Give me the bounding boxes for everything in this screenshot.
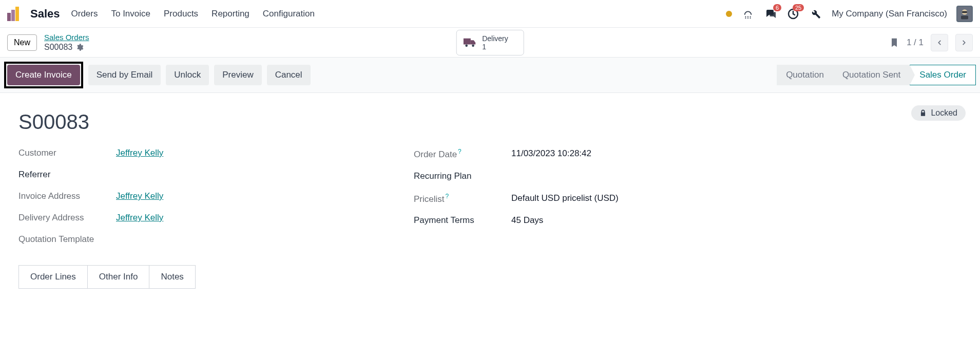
top-menu: Orders To Invoice Products Reporting Con…	[71, 9, 315, 19]
pager-next-button[interactable]	[955, 34, 973, 51]
pager-text: 1 / 1	[907, 38, 924, 48]
svg-point-11	[465, 44, 468, 47]
pricelist-value: Default USD pricelist (USD)	[511, 193, 619, 203]
help-icon[interactable]: ?	[458, 148, 462, 155]
field-pricelist: Pricelist? Default USD pricelist (USD)	[414, 193, 778, 204]
locked-text: Locked	[931, 108, 957, 118]
create-invoice-button[interactable]: Create Invoice	[7, 65, 80, 85]
app-logo-icon	[7, 7, 19, 21]
field-recurring-plan: Recurring Plan	[414, 171, 778, 181]
menu-reporting[interactable]: Reporting	[212, 9, 249, 19]
field-delivery-address: Delivery Address Jeffrey Kelly	[18, 213, 383, 223]
send-email-button[interactable]: Send by Email	[88, 65, 161, 85]
svg-rect-10	[962, 11, 968, 13]
svg-rect-9	[961, 15, 968, 19]
chevron-right-icon	[960, 39, 968, 46]
svg-point-3	[745, 17, 746, 18]
status-dot-icon	[726, 11, 732, 17]
gear-icon[interactable]	[75, 43, 84, 51]
app-title[interactable]: Sales	[30, 7, 60, 21]
messages-icon[interactable]: 6	[764, 7, 777, 21]
delivery-count: 1	[482, 43, 508, 51]
topbar-right: 6 25 My Company (San Francisco)	[726, 6, 973, 22]
menu-configuration[interactable]: Configuration	[263, 9, 315, 19]
tab-other-info[interactable]: Other Info	[88, 266, 150, 288]
svg-point-4	[747, 17, 748, 18]
breadcrumb-current: S00083	[44, 43, 72, 52]
status-bar: Quotation Quotation Sent Sales Order	[777, 65, 976, 85]
recurring-plan-label: Recurring Plan	[414, 171, 501, 181]
svg-point-12	[472, 44, 474, 47]
messages-badge: 6	[773, 4, 781, 11]
notebook-tabs: Order Lines Other Info Notes	[18, 265, 196, 289]
activities-icon[interactable]: 25	[786, 7, 800, 21]
form-sheet: Locked S00083 Customer Jeffrey Kelly Ref…	[0, 93, 980, 306]
activities-badge: 25	[793, 4, 804, 11]
new-button[interactable]: New	[7, 34, 37, 51]
user-avatar[interactable]	[956, 6, 973, 22]
payment-terms-value: 45 Days	[511, 215, 543, 226]
quotation-template-label: Quotation Template	[18, 234, 106, 245]
delivery-stat-button[interactable]: Delivery 1	[456, 30, 524, 55]
tab-order-lines[interactable]: Order Lines	[19, 266, 88, 288]
menu-orders[interactable]: Orders	[71, 9, 98, 19]
unlock-button[interactable]: Unlock	[166, 65, 209, 85]
delivery-address-value[interactable]: Jeffrey Kelly	[116, 213, 163, 223]
record-title: S00083	[18, 110, 962, 134]
create-invoice-highlight: Create Invoice	[4, 62, 83, 88]
order-date-value: 11/03/2023 10:28:42	[511, 148, 591, 159]
pager: 1 / 1	[889, 34, 973, 51]
breadcrumb: Sales Orders S00083	[44, 33, 89, 52]
locked-badge: Locked	[911, 105, 966, 121]
chevron-left-icon	[936, 39, 943, 46]
svg-point-2	[750, 16, 751, 17]
order-date-label: Order Date?	[414, 148, 501, 160]
bookmark-icon[interactable]	[889, 37, 899, 48]
svg-point-0	[745, 16, 746, 17]
field-order-date: Order Date? 11/03/2023 10:28:42	[414, 148, 778, 160]
field-customer: Customer Jeffrey Kelly	[18, 148, 383, 158]
svg-point-5	[750, 17, 751, 18]
control-panel: New Sales Orders S00083 Delivery 1 1 / 1	[0, 28, 980, 57]
form-grid: Customer Jeffrey Kelly Referrer Invoice …	[18, 148, 778, 245]
preview-button[interactable]: Preview	[214, 65, 261, 85]
field-quotation-template: Quotation Template	[18, 234, 383, 245]
pricelist-label: Pricelist?	[414, 193, 501, 204]
referrer-label: Referrer	[18, 170, 106, 180]
pager-prev-button[interactable]	[931, 34, 948, 51]
svg-point-1	[747, 16, 748, 17]
status-quotation-sent[interactable]: Quotation Sent	[833, 65, 910, 85]
menu-products[interactable]: Products	[164, 9, 198, 19]
status-sales-order[interactable]: Sales Order	[910, 65, 976, 85]
field-invoice-address: Invoice Address Jeffrey Kelly	[18, 191, 383, 201]
field-referrer: Referrer	[18, 170, 383, 180]
tab-notes[interactable]: Notes	[149, 266, 195, 288]
top-navbar: Sales Orders To Invoice Products Reporti…	[0, 0, 980, 28]
field-payment-terms: Payment Terms 45 Days	[414, 215, 778, 226]
company-switcher[interactable]: My Company (San Francisco)	[832, 9, 947, 19]
customer-label: Customer	[18, 148, 106, 158]
dialpad-icon[interactable]	[741, 7, 755, 21]
invoice-address-label: Invoice Address	[18, 191, 106, 201]
customer-value[interactable]: Jeffrey Kelly	[116, 148, 163, 158]
menu-to-invoice[interactable]: To Invoice	[111, 9, 150, 19]
breadcrumb-parent[interactable]: Sales Orders	[44, 33, 89, 42]
delivery-label: Delivery	[482, 34, 508, 43]
lock-icon	[919, 109, 927, 117]
payment-terms-label: Payment Terms	[414, 215, 501, 226]
status-quotation[interactable]: Quotation	[777, 65, 833, 85]
cancel-button[interactable]: Cancel	[267, 65, 311, 85]
tools-icon[interactable]	[809, 7, 822, 21]
help-icon[interactable]: ?	[446, 193, 449, 200]
invoice-address-value[interactable]: Jeffrey Kelly	[116, 191, 163, 201]
action-bar: Create Invoice Send by Email Unlock Prev…	[0, 57, 980, 93]
truck-icon	[463, 37, 477, 48]
delivery-address-label: Delivery Address	[18, 213, 106, 223]
